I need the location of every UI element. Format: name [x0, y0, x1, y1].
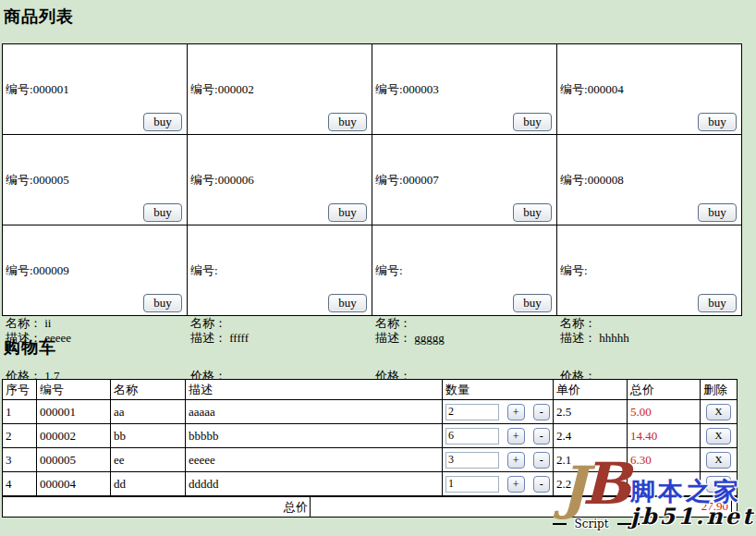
cart-cell-index: 1	[3, 400, 36, 423]
buy-button[interactable]: buy	[698, 203, 737, 222]
cart-cell-delete: X	[701, 424, 737, 447]
product-grid: 编号:000001 名称： aa 价格： 2.5 描述： aaaaa buy 编…	[2, 43, 742, 316]
buy-button[interactable]: buy	[328, 203, 367, 222]
cart-cell-total-price: 14.40	[628, 424, 700, 447]
delete-item-button[interactable]: X	[706, 404, 731, 420]
cart-header-desc: 描述	[186, 380, 442, 399]
product-card: 编号:000002 名称： bb 价格： 2.4 描述： bbbbb buy	[188, 44, 372, 134]
product-id-line: 编号:000002	[190, 80, 369, 98]
cart-cell-unit-price: 2.4	[554, 424, 627, 447]
product-name-line: 名称： ii	[6, 314, 184, 332]
cart-header-total-price: 总价	[628, 380, 700, 399]
product-id: 000008	[588, 173, 624, 187]
cart-table: 序号 编号 名称 描述 数量 单价 总价 删除 1 000001 aa aaaa…	[2, 379, 738, 496]
cart-title: 购物车	[4, 336, 56, 359]
increase-qty-button[interactable]: +	[507, 476, 525, 493]
cart-cell-name: bb	[111, 424, 185, 447]
product-id-line: 编号:000007	[375, 171, 554, 189]
cart-total-value: 27.90	[311, 497, 732, 517]
product-name-line: 名称：	[560, 314, 738, 332]
cart-cell-unit-price: 2.5	[554, 400, 627, 423]
cart-header-unit-price: 单价	[554, 380, 627, 399]
cart-footer: 总价 27.90	[2, 496, 738, 518]
product-id: 000004	[588, 82, 624, 96]
product-id: 000009	[33, 263, 69, 277]
buy-button[interactable]: buy	[143, 113, 182, 131]
product-id-line: 编号:	[560, 262, 738, 279]
cart-header-qty: 数量	[443, 380, 553, 399]
buy-button[interactable]: buy	[513, 203, 552, 222]
cart-total-label: 总价	[3, 497, 311, 517]
quantity-input[interactable]	[445, 476, 499, 493]
product-id-line: 编号:000005	[6, 171, 184, 189]
quantity-input[interactable]	[445, 428, 499, 445]
product-id-line: 编号:	[375, 262, 554, 279]
quantity-input[interactable]	[445, 404, 499, 420]
product-id: 000005	[33, 173, 69, 187]
increase-qty-button[interactable]: +	[507, 428, 525, 445]
cart-cell-index: 4	[3, 472, 36, 495]
product-card: 编号:000006 名称： ff 价格： 2 描述： fffff buy	[188, 135, 372, 225]
buy-button[interactable]: buy	[143, 294, 182, 312]
cart-cell-id: 000004	[37, 472, 110, 495]
watermark-dash	[617, 523, 640, 525]
decrease-qty-button[interactable]: -	[533, 428, 551, 445]
cart-header-id: 编号	[37, 380, 110, 399]
product-card: 编号:000003 名称： cc 价格： 2.3 描述： ccccc buy	[372, 44, 556, 134]
cart-cell-name: dd	[111, 472, 185, 495]
products-title: 商品列表	[4, 6, 74, 28]
buy-button[interactable]: buy	[513, 113, 552, 131]
cart-cell-qty: + -	[443, 400, 553, 423]
product-name-line: 名称：	[375, 314, 554, 332]
product-id: 000007	[403, 173, 439, 187]
product-id: 000002	[218, 82, 254, 96]
cart-cell-delete: X	[701, 448, 737, 471]
cart-cell-id: 000005	[37, 448, 110, 471]
cart-cell-delete: X	[701, 400, 737, 423]
cart-cell-qty: + -	[443, 448, 553, 471]
delete-item-button[interactable]: X	[706, 452, 731, 469]
cart-cell-total-price: 5.00	[628, 400, 700, 423]
cart-header-name: 名称	[111, 380, 185, 399]
buy-button[interactable]: buy	[328, 113, 367, 131]
quantity-input[interactable]	[445, 452, 499, 469]
cart-cell-qty: + -	[443, 424, 553, 447]
product-id: 000006	[218, 173, 254, 187]
product-card: 编号: 名称： 价格： 描述： buy	[188, 225, 372, 315]
product-id-line: 编号:	[190, 262, 369, 279]
product-card: 编号: 名称： 价格： 描述： buy	[372, 225, 556, 315]
cart-cell-id: 000002	[37, 424, 110, 447]
decrease-qty-button[interactable]: -	[533, 452, 551, 469]
product-card: 编号:000005 名称： ee 价格： 2.1 描述： eeeee buy	[3, 135, 187, 225]
product-name: ii	[44, 316, 51, 330]
delete-item-button[interactable]: X	[706, 476, 731, 493]
cart-header-delete: 删除	[701, 380, 737, 399]
cart-cell-desc: eeeee	[186, 448, 442, 471]
cart-cell-unit-price: 2.1	[554, 448, 627, 471]
cart-cell-name: aa	[111, 400, 185, 423]
buy-button[interactable]: buy	[513, 294, 552, 312]
decrease-qty-button[interactable]: -	[533, 476, 551, 493]
cart-cell-delete: X	[701, 472, 737, 495]
cart-cell-index: 2	[3, 424, 36, 447]
cart-cell-total-price: 6.30	[628, 448, 700, 471]
increase-qty-button[interactable]: +	[507, 404, 525, 420]
watermark-script-label: Script	[567, 518, 616, 530]
buy-button[interactable]: buy	[328, 294, 367, 312]
increase-qty-button[interactable]: +	[507, 452, 525, 469]
decrease-qty-button[interactable]: -	[533, 404, 551, 420]
cart-cell-index: 3	[3, 448, 36, 471]
product-card: 编号: 名称： 价格： 描述： buy	[557, 225, 741, 315]
buy-button[interactable]: buy	[698, 113, 737, 131]
product-card: 编号:000004 名称： dd 价格： 2.2 描述： ddddd buy	[557, 44, 741, 134]
delete-item-button[interactable]: X	[706, 428, 731, 445]
cart-cell-desc: ddddd	[186, 472, 442, 495]
product-id: 000001	[33, 82, 69, 96]
cart-cell-desc: bbbbb	[186, 424, 442, 447]
cart-footer-spacer	[732, 497, 737, 517]
buy-button[interactable]: buy	[698, 294, 737, 312]
product-name-line: 名称：	[190, 314, 369, 332]
product-id: 000003	[403, 82, 439, 96]
buy-button[interactable]: buy	[143, 203, 182, 222]
cart-cell-id: 000001	[37, 400, 110, 423]
